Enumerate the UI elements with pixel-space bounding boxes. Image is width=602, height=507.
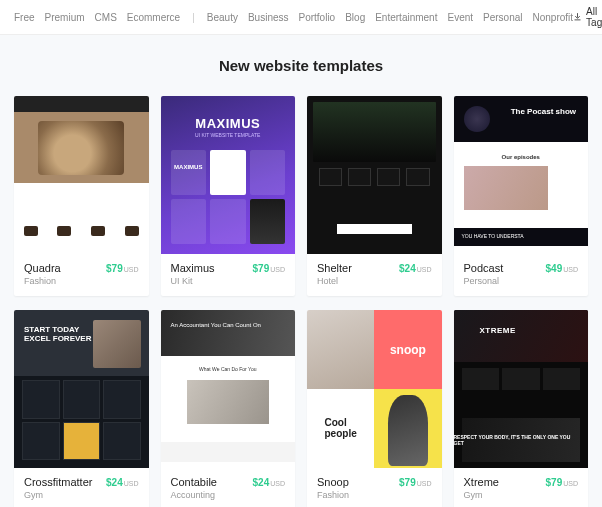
template-thumbnail <box>14 96 149 254</box>
thumb-tagline: Cool people <box>307 389 374 468</box>
cat-blog[interactable]: Blog <box>345 12 365 23</box>
thumb-title: The Pocast show <box>511 108 576 117</box>
template-thumbnail: The Pocast show Our episodes YOU HAVE TO… <box>454 96 589 254</box>
price-filters: Free Premium CMS Ecommerce <box>14 12 180 23</box>
template-name: Maximus <box>171 262 215 274</box>
templates-grid: Quadra $79USD Fashion MAXIMUS UI KIT WEB… <box>14 96 588 507</box>
template-meta: Crossfitmatter $24USD Gym <box>14 468 149 507</box>
template-meta: Shelter $24USD Hotel <box>307 254 442 296</box>
template-price: $79USD <box>253 263 285 274</box>
template-card-shelter[interactable]: Shelter $24USD Hotel <box>307 96 442 296</box>
cat-entertainment[interactable]: Entertainment <box>375 12 437 23</box>
template-name: Quadra <box>24 262 61 274</box>
category-filters: Beauty Business Portfolio Blog Entertain… <box>207 12 573 23</box>
template-meta: Snoop $79USD Fashion <box>307 468 442 507</box>
template-name: Crossfitmatter <box>24 476 92 488</box>
all-tags-button[interactable]: All Tags <box>573 6 602 28</box>
cat-personal[interactable]: Personal <box>483 12 522 23</box>
template-price: $49USD <box>546 263 578 274</box>
thumb-subtitle: UI KIT WEBSITE TEMPLATE <box>161 132 296 138</box>
template-card-xtreme[interactable]: XTREME RESPECT YOUR BODY, IT'S THE ONLY … <box>454 310 589 507</box>
template-card-quadra[interactable]: Quadra $79USD Fashion <box>14 96 149 296</box>
template-thumbnail <box>307 96 442 254</box>
thumb-tagline: RESPECT YOUR BODY, IT'S THE ONLY ONE YOU… <box>454 434 575 446</box>
template-category: Hotel <box>317 276 432 286</box>
template-card-podcast[interactable]: The Pocast show Our episodes YOU HAVE TO… <box>454 96 589 296</box>
template-price: $24USD <box>399 263 431 274</box>
template-price: $24USD <box>253 477 285 488</box>
templates-section: New website templates Quadra $79USD Fash… <box>0 35 602 507</box>
template-card-crossfitmatter[interactable]: START TODAYEXCEL FOREVER Crossfitmatter … <box>14 310 149 507</box>
template-name: Contabile <box>171 476 217 488</box>
filter-bar: Free Premium CMS Ecommerce | Beauty Busi… <box>0 0 602 35</box>
template-category: Accounting <box>171 490 286 500</box>
template-card-maximus[interactable]: MAXIMUS UI KIT WEBSITE TEMPLATE Maximus … <box>161 96 296 296</box>
template-price: $79USD <box>399 477 431 488</box>
template-card-contabile[interactable]: An Accountant You Can Count On What We C… <box>161 310 296 507</box>
template-price: $79USD <box>106 263 138 274</box>
download-icon <box>573 12 582 23</box>
template-meta: Quadra $79USD Fashion <box>14 254 149 296</box>
template-category: Fashion <box>24 276 139 286</box>
cat-nonprofit[interactable]: Nonprofit <box>533 12 574 23</box>
filter-free[interactable]: Free <box>14 12 35 23</box>
template-category: Fashion <box>317 490 432 500</box>
thumb-logo: snoop <box>374 310 441 389</box>
filter-divider: | <box>192 12 195 23</box>
template-price: $79USD <box>546 477 578 488</box>
filter-premium[interactable]: Premium <box>45 12 85 23</box>
template-meta: Podcast $49USD Personal <box>454 254 589 296</box>
section-title: New website templates <box>14 57 588 74</box>
all-tags-label: All Tags <box>586 6 602 28</box>
thumb-bar: YOU HAVE TO UNDERSTA <box>454 228 589 246</box>
thumb-logo: MAXIMUS <box>161 116 296 131</box>
cat-beauty[interactable]: Beauty <box>207 12 238 23</box>
thumb-headline: START TODAYEXCEL FOREVER <box>24 326 91 344</box>
template-category: UI Kit <box>171 276 286 286</box>
thumb-headline: An Accountant You Can Count On <box>171 322 261 328</box>
template-thumbnail: snoop Cool people <box>307 310 442 468</box>
template-price: $24USD <box>106 477 138 488</box>
thumb-subtitle: What We Can Do For You <box>161 366 296 372</box>
template-meta: Contabile $24USD Accounting <box>161 468 296 507</box>
filter-cms[interactable]: CMS <box>95 12 117 23</box>
template-meta: Xtreme $79USD Gym <box>454 468 589 507</box>
filter-ecommerce[interactable]: Ecommerce <box>127 12 180 23</box>
template-name: Xtreme <box>464 476 499 488</box>
template-thumbnail: START TODAYEXCEL FOREVER <box>14 310 149 468</box>
template-category: Gym <box>464 490 579 500</box>
template-thumbnail: MAXIMUS UI KIT WEBSITE TEMPLATE <box>161 96 296 254</box>
template-card-snoop[interactable]: snoop Cool people Snoop $79USD Fashion <box>307 310 442 507</box>
thumb-subtitle: Our episodes <box>454 154 589 160</box>
template-thumbnail: An Accountant You Can Count On What We C… <box>161 310 296 468</box>
template-category: Gym <box>24 490 139 500</box>
template-name: Shelter <box>317 262 352 274</box>
template-category: Personal <box>464 276 579 286</box>
cat-business[interactable]: Business <box>248 12 289 23</box>
template-meta: Maximus $79USD UI Kit <box>161 254 296 296</box>
cat-event[interactable]: Event <box>447 12 473 23</box>
template-thumbnail: XTREME RESPECT YOUR BODY, IT'S THE ONLY … <box>454 310 589 468</box>
thumb-logo: XTREME <box>480 326 516 335</box>
template-name: Snoop <box>317 476 349 488</box>
template-name: Podcast <box>464 262 504 274</box>
cat-portfolio[interactable]: Portfolio <box>299 12 336 23</box>
